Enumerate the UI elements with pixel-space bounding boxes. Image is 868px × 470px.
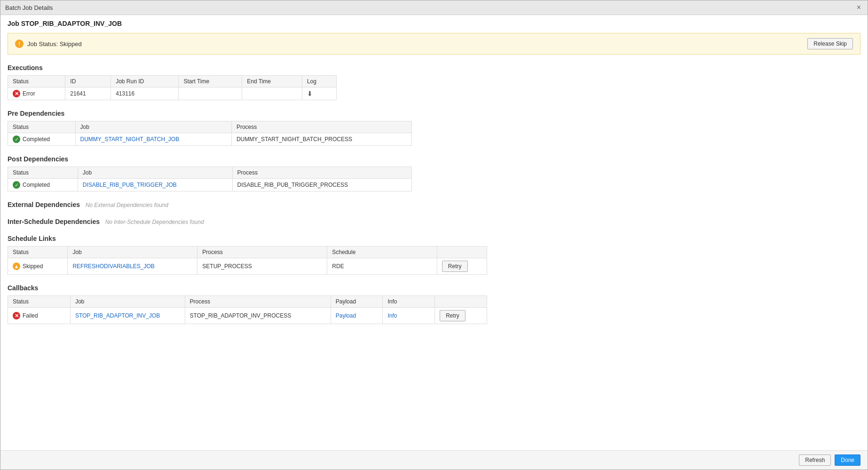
executions-title: Executions: [8, 64, 860, 72]
cb-status-text: Failed: [23, 312, 38, 319]
post-dependencies-section: Post Dependencies Status Job Process ✓: [8, 155, 860, 191]
cb-payload[interactable]: Payload: [331, 308, 383, 324]
execution-id: 21641: [65, 88, 111, 100]
execution-log[interactable]: ⬇: [302, 88, 336, 100]
inter-schedule-dependencies-section: Inter-Schedule Dependencies No Inter-Sch…: [8, 218, 860, 225]
cb-col-process: Process: [185, 296, 331, 308]
post-dep-col-job: Job: [78, 167, 232, 179]
post-dep-process: DISABLE_RIB_PUB_TRIGGER_PROCESS: [232, 179, 411, 191]
pre-dep-status-text: Completed: [23, 136, 50, 143]
post-dep-col-status: Status: [8, 167, 78, 179]
schedule-links-retry-button[interactable]: Retry: [442, 261, 468, 272]
cb-col-status: Status: [8, 296, 71, 308]
table-row: ▲ Skipped REFRESHODIVARIABLES_JOB SETUP_…: [8, 258, 487, 275]
execution-status-text: Error: [23, 90, 35, 97]
cb-col-payload: Payload: [331, 296, 383, 308]
error-icon: ✕: [13, 90, 20, 97]
main-content: Job STOP_RIB_ADAPTOR_INV_JOB ! Job Statu…: [0, 15, 868, 450]
cb-info[interactable]: Info: [383, 308, 435, 324]
title-bar: Batch Job Details ×: [0, 0, 868, 15]
execution-start-time: [179, 88, 242, 100]
post-dep-status-cell: ✓ Completed: [8, 179, 78, 191]
success-icon: ✓: [13, 181, 20, 189]
executions-col-id: ID: [65, 76, 111, 88]
callbacks-retry-button[interactable]: Retry: [440, 310, 466, 321]
inter-schedule-empty-text: No Inter-Schedule Dependencies found: [105, 219, 204, 225]
sl-status-text: Skipped: [23, 263, 43, 270]
sl-status-cell: ▲ Skipped: [8, 258, 68, 275]
cb-job-link[interactable]: STOP_RIB_ADAPTOR_INV_JOB: [75, 312, 160, 319]
sl-job-link[interactable]: REFRESHODIVARIABLES_JOB: [72, 263, 155, 270]
pre-dep-process: DUMMY_START_NIGHT_BATCH_PROCESS: [231, 133, 411, 146]
status-bar-left: ! Job Status: Skipped: [15, 40, 82, 48]
execution-status-cell: ✕ Error: [8, 88, 65, 100]
table-row: ✕ Failed STOP_RIB_ADAPTOR_INV_JOB STOP_R…: [8, 308, 487, 324]
release-skip-button[interactable]: Release Skip: [807, 38, 853, 49]
post-dep-status-text: Completed: [23, 182, 50, 188]
window-title: Batch Job Details: [5, 4, 53, 11]
executions-col-log: Log: [302, 76, 336, 88]
cb-col-action: [435, 296, 487, 308]
executions-col-start-time: Start Time: [179, 76, 242, 88]
pre-dep-col-job: Job: [75, 121, 231, 133]
sl-col-schedule: Schedule: [327, 247, 437, 258]
execution-end-time: [242, 88, 302, 100]
cb-retry-cell: Retry: [435, 308, 487, 324]
table-row: ✓ Completed DISABLE_RIB_PUB_TRIGGER_JOB …: [8, 179, 412, 191]
executions-section: Executions Status ID Job Run ID Start Ti…: [8, 64, 860, 100]
external-dependencies-title: External Dependencies: [8, 201, 80, 208]
external-dependencies-empty-text: No External Dependencies found: [86, 202, 168, 208]
inter-schedule-title: Inter-Schedule Dependencies: [8, 218, 100, 225]
pre-dep-job-link[interactable]: DUMMY_START_NIGHT_BATCH_JOB: [80, 136, 180, 143]
external-dependencies-section: External Dependencies No External Depend…: [8, 201, 860, 208]
sl-col-status: Status: [8, 247, 68, 258]
close-button[interactable]: ×: [855, 3, 863, 12]
job-status-text: Job Status: Skipped: [27, 40, 82, 48]
sl-process: SETUP_PROCESS: [197, 258, 327, 275]
warning-icon: !: [15, 40, 24, 48]
callbacks-section: Callbacks Status Job Process Payload Inf…: [8, 284, 860, 324]
done-button[interactable]: Done: [835, 454, 860, 466]
executions-col-status: Status: [8, 76, 65, 88]
post-dep-job: DISABLE_RIB_PUB_TRIGGER_JOB: [78, 179, 232, 191]
sl-col-job: Job: [68, 247, 197, 258]
callbacks-table: Status Job Process Payload Info ✕ Faile: [8, 295, 487, 324]
table-row: ✓ Completed DUMMY_START_NIGHT_BATCH_JOB …: [8, 133, 412, 146]
execution-job-run-id: 413116: [111, 88, 179, 100]
executions-col-job-run-id: Job Run ID: [111, 76, 179, 88]
job-title: Job STOP_RIB_ADAPTOR_INV_JOB: [8, 20, 860, 27]
sl-retry-cell: Retry: [437, 258, 487, 275]
table-row: ✕ Error 21641 413116 ⬇: [8, 88, 337, 100]
schedule-links-table: Status Job Process Schedule ▲ Skipped: [8, 246, 487, 275]
cb-process: STOP_RIB_ADAPTOR_INV_PROCESS: [185, 308, 331, 324]
schedule-links-section: Schedule Links Status Job Process Schedu…: [8, 235, 860, 275]
pre-dependencies-section: Pre Dependencies Status Job Process ✓: [8, 110, 860, 146]
cb-status-cell: ✕ Failed: [8, 308, 71, 324]
executions-col-end-time: End Time: [242, 76, 302, 88]
batch-job-details-window: Batch Job Details × Job STOP_RIB_ADAPTOR…: [0, 0, 868, 470]
post-dependencies-title: Post Dependencies: [8, 155, 860, 163]
callbacks-title: Callbacks: [8, 284, 860, 292]
sl-col-action: [437, 247, 487, 258]
pre-dependencies-table: Status Job Process ✓ Completed: [8, 121, 412, 146]
cb-info-link[interactable]: Info: [387, 312, 397, 319]
sl-col-process: Process: [197, 247, 327, 258]
post-dep-job-link[interactable]: DISABLE_RIB_PUB_TRIGGER_JOB: [83, 182, 177, 188]
status-bar: ! Job Status: Skipped Release Skip: [8, 33, 860, 55]
pre-dep-job: DUMMY_START_NIGHT_BATCH_JOB: [75, 133, 231, 146]
cb-job: STOP_RIB_ADAPTOR_INV_JOB: [70, 308, 185, 324]
post-dependencies-table: Status Job Process ✓ Completed: [8, 167, 412, 191]
refresh-button[interactable]: Refresh: [799, 454, 831, 466]
cb-payload-link[interactable]: Payload: [336, 312, 356, 319]
pre-dep-col-status: Status: [8, 121, 76, 133]
footer: Refresh Done: [0, 450, 868, 470]
error-icon: ✕: [13, 312, 20, 319]
pre-dependencies-title: Pre Dependencies: [8, 110, 860, 117]
cb-col-info: Info: [383, 296, 435, 308]
download-icon[interactable]: ⬇: [307, 90, 313, 97]
cb-col-job: Job: [70, 296, 185, 308]
post-dep-col-process: Process: [232, 167, 411, 179]
executions-table: Status ID Job Run ID Start Time End Time…: [8, 75, 337, 100]
schedule-links-title: Schedule Links: [8, 235, 860, 242]
skipped-icon: ▲: [13, 263, 20, 270]
